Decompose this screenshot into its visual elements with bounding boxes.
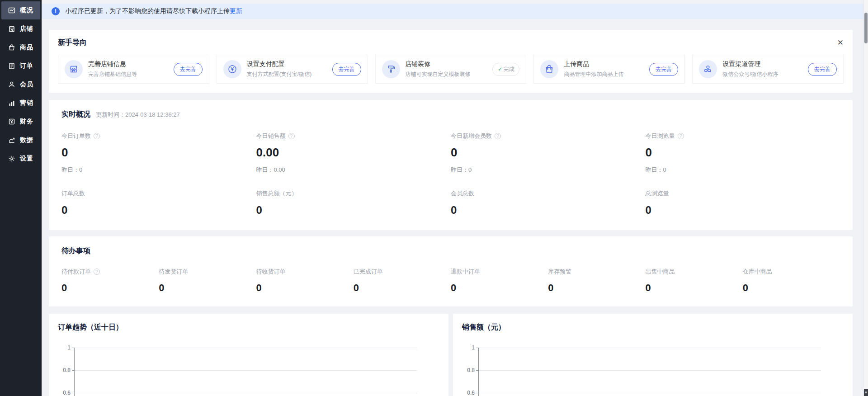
gridline — [75, 370, 417, 371]
stat-value: 0.00 — [256, 146, 451, 160]
storefront-icon — [65, 60, 83, 78]
todo-value: 0 — [354, 282, 451, 294]
newbie-guide-card: 新手导向 ✕ 完善店铺信息 完善店铺基础信息等 去完善 — [49, 30, 853, 93]
todo-in-warehouse-products: 仓库中商品 0 — [743, 268, 840, 294]
vertical-scrollbar: ▼ — [863, 0, 868, 396]
sidebar: 概况 店铺 商品 订单 会员 营销 财务 — [0, 0, 42, 396]
scroll-down-arrow-icon[interactable]: ▼ — [864, 389, 868, 396]
todo-card: 待办事项 待付款订单? 0 待发货订单 0 待收货订单 0 已完成订单 0 — [49, 236, 853, 306]
stat-today-views: 今日浏览量? 0 昨日：0 — [646, 132, 840, 174]
yen-circle-icon — [223, 60, 241, 78]
product-icon — [8, 43, 16, 52]
guide-item-title: 完善店铺信息 — [88, 60, 174, 68]
y-tick-label: 0.8 — [58, 367, 71, 373]
gridline — [479, 393, 821, 393]
sidebar-item-shop[interactable]: 店铺 — [1, 20, 40, 38]
go-complete-button[interactable]: 去完善 — [649, 63, 678, 76]
order-trend-chart-plot: 1 0.8 0.6 0.4 — [58, 348, 439, 396]
stat-value: 0 — [61, 146, 256, 160]
stat-today-orders: 今日订单数? 0 昨日：0 — [61, 132, 256, 174]
todo-value: 0 — [451, 282, 548, 294]
todo-value: 0 — [743, 282, 840, 294]
sidebar-item-label: 订单 — [20, 62, 33, 70]
sidebar-item-label: 会员 — [20, 80, 33, 89]
sidebar-item-data[interactable]: 数据 — [1, 131, 40, 149]
sidebar-item-label: 设置 — [20, 155, 33, 163]
sidebar-item-settings[interactable]: 设置 — [1, 150, 40, 168]
main-content: ! 小程序已更新，为了不影响您的使用请尽快下载小程序上传 更新 新手导向 ✕ 完… — [42, 0, 863, 396]
help-icon[interactable]: ? — [288, 133, 295, 139]
sidebar-item-label: 财务 — [20, 118, 33, 126]
guide-item-desc: 完善店铺基础信息等 — [88, 71, 174, 78]
stat-total-members: 会员总数 0 — [451, 189, 646, 217]
sidebar-item-order[interactable]: 订单 — [1, 57, 40, 75]
todo-title: 待办事项 — [61, 247, 90, 255]
channel-icon — [699, 60, 717, 78]
close-icon[interactable]: ✕ — [837, 39, 844, 47]
guide-item-payment: 设置支付配置 支付方式配置(支付宝/微信) 去完善 — [217, 55, 368, 84]
guide-item-desc: 商品管理中添加商品上传 — [564, 71, 649, 78]
go-complete-button[interactable]: 去完善 — [174, 63, 203, 76]
sidebar-item-product[interactable]: 商品 — [1, 38, 40, 57]
go-complete-button[interactable]: 去完善 — [808, 63, 837, 76]
stat-value: 0 — [646, 204, 840, 217]
notice-text: 小程序已更新，为了不影响您的使用请尽快下载小程序上传 — [65, 7, 230, 15]
y-tick-label: 0.6 — [462, 390, 475, 396]
y-axis-line — [478, 348, 479, 396]
y-tick-label: 0.8 — [462, 367, 475, 373]
guide-item-store-info: 完善店铺信息 完善店铺基础信息等 去完善 — [58, 55, 209, 84]
overview-icon — [8, 6, 16, 14]
y-tick-label: 0.6 — [58, 390, 71, 396]
guide-item-title: 上传商品 — [564, 60, 649, 68]
stat-yesterday: 昨日：0.00 — [256, 166, 451, 174]
settings-icon — [8, 155, 16, 163]
guide-item-upload-product: 上传商品 商品管理中添加商品上传 去完善 — [533, 55, 685, 84]
sidebar-item-marketing[interactable]: 营销 — [1, 94, 40, 112]
guide-item-title: 店铺装修 — [406, 60, 493, 68]
help-icon[interactable]: ? — [678, 133, 684, 139]
todo-unpaid-orders: 待付款订单? 0 — [61, 268, 159, 294]
sidebar-item-overview[interactable]: 概况 — [1, 1, 40, 19]
stat-yesterday: 昨日：0 — [646, 166, 840, 174]
update-link[interactable]: 更新 — [230, 7, 242, 15]
sales-chart-plot: 1 0.8 0.6 0.4 — [462, 348, 844, 396]
realtime-overview-card: 实时概况 更新时间：2024-03-18 12:36:27 今日订单数? 0 昨… — [49, 100, 853, 230]
stat-value: 0 — [451, 146, 646, 160]
help-icon[interactable]: ? — [94, 269, 100, 275]
todo-value: 0 — [646, 282, 743, 294]
help-icon[interactable]: ? — [94, 133, 100, 139]
order-icon — [8, 62, 16, 70]
gridline — [479, 370, 821, 371]
data-icon — [8, 136, 16, 144]
stat-value: 0 — [256, 204, 451, 217]
todo-refunding-orders: 退款中订单 0 — [451, 268, 548, 294]
todo-on-sale-products: 出售中商品 0 — [646, 268, 743, 294]
todo-value: 0 — [256, 282, 354, 294]
shopping-bag-icon — [540, 60, 558, 78]
shop-icon — [8, 25, 16, 33]
stat-today-sales: 今日销售额? 0.00 昨日：0.00 — [256, 132, 451, 174]
sales-chart-title: 销售额（元） — [462, 323, 505, 331]
stat-value: 0 — [61, 204, 256, 217]
gridline — [75, 393, 417, 393]
finance-icon — [8, 118, 16, 126]
guide-item-desc: 店铺可实现自定义模板装修 — [406, 71, 493, 78]
stat-yesterday: 昨日：0 — [61, 166, 256, 174]
stat-total-views: 总浏览量 0 — [646, 189, 840, 217]
info-icon: ! — [52, 7, 60, 15]
check-icon: ✓ — [498, 66, 502, 72]
y-tick-label: 1 — [462, 344, 475, 351]
sidebar-item-member[interactable]: 会员 — [1, 75, 40, 94]
help-icon[interactable]: ? — [495, 133, 501, 139]
sidebar-item-label: 商品 — [20, 43, 33, 52]
member-icon — [8, 80, 16, 89]
sidebar-item-finance[interactable]: 财务 — [1, 113, 40, 131]
scrollbar-thumb[interactable] — [864, 13, 868, 43]
guide-item-decoration: 店铺装修 店铺可实现自定义模板装修 ✓完成 — [375, 55, 527, 84]
sidebar-item-label: 店铺 — [20, 25, 33, 33]
stat-total-sales: 销售总额（元） 0 — [256, 189, 451, 217]
stat-total-orders: 订单总数 0 — [61, 189, 256, 217]
y-axis-line — [74, 348, 75, 396]
guide-item-title: 设置支付配置 — [247, 60, 332, 68]
go-complete-button[interactable]: 去完善 — [332, 63, 361, 76]
